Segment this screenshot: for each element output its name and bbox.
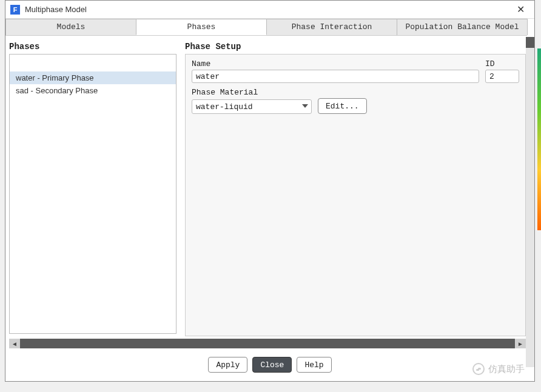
- material-select-wrap: water-liquid: [192, 99, 312, 114]
- material-row: water-liquid Edit...: [192, 98, 519, 114]
- close-button[interactable]: Close: [252, 357, 292, 373]
- name-field: Name: [192, 59, 479, 83]
- phases-panel: Phases water - Primary Phase sad - Secon…: [9, 42, 176, 336]
- wechat-icon: [472, 363, 485, 375]
- horizontal-scrollbar[interactable]: ◄ ►: [9, 339, 526, 348]
- dialog-body: Models Phases Phase Interaction Populati…: [5, 19, 534, 381]
- tab-phases[interactable]: Phases: [136, 19, 267, 35]
- app-icon: F: [10, 5, 20, 15]
- edit-material-button[interactable]: Edit...: [318, 98, 367, 114]
- name-label: Name: [192, 59, 479, 68]
- dialog-footer: Apply Close Help 仿真助手: [5, 348, 534, 381]
- scroll-right-arrow-icon[interactable]: ►: [515, 339, 526, 348]
- list-item[interactable]: sad - Secondary Phase: [10, 84, 176, 97]
- scrollbar-track[interactable]: [20, 339, 515, 348]
- phase-setup-form: Name ID Phase Material: [185, 54, 526, 336]
- multiphase-model-dialog: F Multiphase Model ✕ Models Phases Phase…: [5, 0, 535, 382]
- id-field: ID: [485, 59, 519, 83]
- tab-phase-interaction[interactable]: Phase Interaction: [266, 19, 397, 35]
- watermark: 仿真助手: [472, 363, 525, 375]
- material-select[interactable]: water-liquid: [192, 99, 312, 114]
- window-title: Multiphase Model: [25, 5, 511, 14]
- titlebar: F Multiphase Model ✕: [5, 1, 534, 19]
- phase-setup-title: Phase Setup: [185, 42, 526, 51]
- vertical-scrollbar[interactable]: [526, 37, 534, 367]
- name-input[interactable]: [192, 70, 479, 83]
- name-id-row: Name ID: [192, 59, 519, 83]
- apply-button[interactable]: Apply: [208, 357, 247, 373]
- material-field: Phase Material water-liquid Edit...: [192, 88, 519, 114]
- scrollbar-thumb[interactable]: [526, 37, 534, 48]
- help-button[interactable]: Help: [297, 357, 331, 373]
- content-area: Phases water - Primary Phase sad - Secon…: [5, 36, 534, 336]
- phases-listbox[interactable]: water - Primary Phase sad - Secondary Ph…: [9, 54, 176, 334]
- id-label: ID: [485, 59, 519, 68]
- watermark-text: 仿真助手: [488, 364, 525, 375]
- list-item[interactable]: water - Primary Phase: [10, 71, 176, 84]
- material-label: Phase Material: [192, 88, 519, 97]
- material-select-value: water-liquid: [196, 102, 253, 111]
- phase-setup-panel: Phase Setup Name ID Phase Material: [185, 42, 526, 336]
- close-icon[interactable]: ✕: [511, 2, 529, 17]
- background-gradient-strip: [537, 48, 541, 230]
- scroll-left-arrow-icon[interactable]: ◄: [9, 339, 20, 348]
- phases-title: Phases: [9, 42, 176, 51]
- tab-bar: Models Phases Phase Interaction Populati…: [5, 19, 527, 36]
- tab-population-balance[interactable]: Population Balance Model: [397, 19, 528, 35]
- id-input[interactable]: [485, 70, 519, 83]
- tab-models[interactable]: Models: [5, 19, 136, 35]
